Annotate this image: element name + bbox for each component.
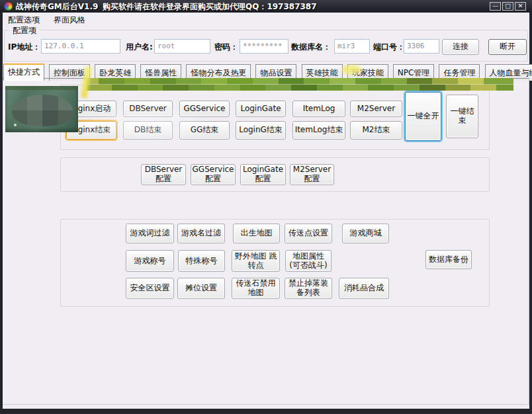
menu-bar: 配置选项 界面风格 xyxy=(3,13,529,25)
m2server-config-button[interactable]: M2Server 配置 xyxy=(290,164,334,185)
close-icon[interactable]: ✕ xyxy=(515,2,526,11)
database-label: 数据库名： xyxy=(291,42,331,53)
special-title-button[interactable]: 特殊称号 xyxy=(178,250,225,272)
m2-stop-button[interactable]: M2结束 xyxy=(350,121,402,140)
title-notice: 购买软件请在软件登录界面购买或加代理QQ：197387387 xyxy=(103,1,317,13)
no-drop-equip-button[interactable]: 禁止掉落装备列表 xyxy=(285,278,332,299)
ggservice-config-button[interactable]: GGService 配置 xyxy=(191,164,236,185)
watermark-smudge xyxy=(341,65,361,75)
password-label: 密码： xyxy=(214,42,238,53)
ip-field[interactable]: 127.0.0.1 xyxy=(41,39,120,54)
birth-map-button[interactable]: 出生地图 xyxy=(233,224,280,243)
title-bar: 战神传奇GM后台V1.9 购买软件请在软件登录界面购买或加代理QQ：197387… xyxy=(0,0,532,13)
dbserver-config-button[interactable]: DBServer 配置 xyxy=(141,164,186,185)
m2server-start-button[interactable]: M2Server xyxy=(350,101,402,117)
consumable-craft-button[interactable]: 消耗品合成 xyxy=(339,278,389,299)
game-title-button[interactable]: 游戏称号 xyxy=(126,250,174,272)
teleport-settings-button[interactable]: 传送点设置 xyxy=(285,224,332,243)
watermark-mosaic-strip xyxy=(86,78,513,91)
connect-button[interactable]: 连接 xyxy=(442,39,479,55)
ggservice-start-button[interactable]: GGService xyxy=(179,101,230,117)
menu-ui-style[interactable]: 界面风格 xyxy=(48,13,91,26)
game-mall-button[interactable]: 游戏商城 xyxy=(342,224,389,243)
disconnect-button[interactable]: 断开 xyxy=(488,39,527,55)
safe-zone-button[interactable]: 安全区设置 xyxy=(126,278,174,299)
ip-label: IP地址： xyxy=(8,42,40,53)
logingate-config-button[interactable]: LoginGate 配置 xyxy=(240,164,286,185)
status-bar xyxy=(3,404,529,409)
port-field[interactable]: 3306 xyxy=(404,39,439,54)
gg-stop-button[interactable]: GG结束 xyxy=(179,121,230,140)
logingate-start-button[interactable]: LoginGate xyxy=(236,101,286,117)
database-field[interactable]: mir3 xyxy=(334,39,370,54)
minimize-icon[interactable]: — xyxy=(490,2,501,11)
maximize-icon[interactable]: □ xyxy=(502,2,513,11)
port-label: 端口号： xyxy=(373,42,405,53)
window-title: 战神传奇GM后台V1.9 xyxy=(16,1,98,13)
db-stop-button[interactable]: DB结束 xyxy=(123,121,173,140)
wild-map-jump-button[interactable]: 野外地图 跳转点 xyxy=(232,250,280,272)
itemlog-stop-button[interactable]: ItemLog结束 xyxy=(292,121,345,140)
tab-bar: 快捷方式 控制面板 卧龙英雄 怪兽属性 怪物分布及热更 物品设置 英雄技能 玩家… xyxy=(3,63,532,78)
pixelated-blur-blob xyxy=(12,95,73,126)
photo-highlight-dot xyxy=(14,124,17,126)
app-window: 战神传奇GM后台V1.9 购买软件请在软件登录界面购买或加代理QQ：197387… xyxy=(0,0,532,414)
stall-settings-button[interactable]: 摊位设置 xyxy=(177,278,225,299)
one-key-stop-button[interactable]: 一键结束 xyxy=(446,95,478,138)
map-attributes-button[interactable]: 地图属性(可否战斗) xyxy=(285,250,332,272)
itemlog-start-button[interactable]: ItemLog xyxy=(292,101,345,117)
name-filter-button[interactable]: 游戏名过滤 xyxy=(177,224,225,243)
word-filter-button[interactable]: 游戏词过滤 xyxy=(126,224,174,243)
loging-stop-button[interactable]: LoginG结束 xyxy=(236,121,286,140)
database-backup-button[interactable]: 数据库备份 xyxy=(425,250,472,269)
username-label: 用户名: xyxy=(126,42,153,53)
menu-config-options[interactable]: 配置选项 xyxy=(3,13,45,26)
config-group-caption: 配置项 xyxy=(10,25,39,36)
teleport-stone-ban-button[interactable]: 传送石禁用地图 xyxy=(232,278,280,299)
app-icon xyxy=(4,2,13,11)
watermark-photo-thumbnail xyxy=(5,86,78,132)
dbserver-start-button[interactable]: DBServer xyxy=(123,101,173,117)
tab-shortcuts[interactable]: 快捷方式 xyxy=(3,63,44,81)
client-area: 配置选项 界面风格 配置项 IP地址： 127.0.0.1 用户名: root … xyxy=(3,13,529,409)
password-field[interactable]: ********* xyxy=(240,39,288,54)
username-field[interactable]: root xyxy=(154,39,210,54)
one-key-start-button[interactable]: 一键全开 xyxy=(405,92,441,141)
